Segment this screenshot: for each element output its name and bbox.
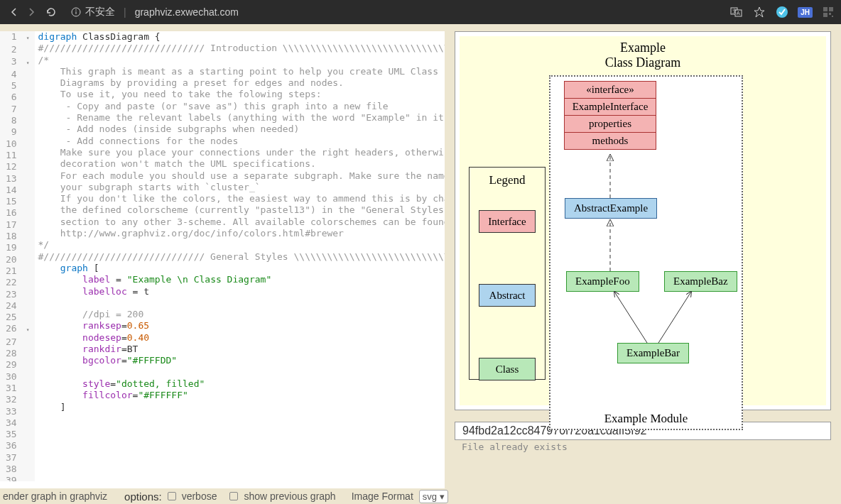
address-bar[interactable]: 不安全 | graphviz.exwechat.com [71,6,239,18]
baz-node: ExampleBaz [664,271,737,292]
svg-point-2 [75,9,77,11]
code-content[interactable]: digraph ClassDiagram {#/////////////////… [35,31,445,481]
format-select[interactable]: svg ▾ [419,490,448,503]
svg-text:A: A [737,11,740,16]
svg-rect-10 [823,13,828,17]
foo-node: ExampleFoo [566,271,639,292]
bar-node: ExampleBar [617,343,689,363]
line-gutter: 1 ▾2 3 ▾4 5 6 7 8 9 10 11 12 13 14 15 16… [0,31,35,481]
url-text: graphviz.exwechat.com [135,6,239,18]
svg-rect-12 [832,16,833,17]
diagram-title: ExampleClass Diagram [460,36,826,75]
qr-icon[interactable] [821,5,835,19]
reload-button[interactable] [43,4,60,21]
legend-abstract: Abstract [479,284,536,307]
info-icon [71,7,81,17]
abstract-node: AbstractExample [565,198,657,219]
svg-rect-9 [829,7,833,11]
legend-title: Legend [470,168,545,193]
legend-interface: Interface [479,210,536,233]
svg-rect-11 [829,13,831,15]
verbose-label: verbose [182,491,217,502]
forward-button[interactable] [23,4,40,21]
star-icon[interactable] [752,5,766,19]
extension-icon-1[interactable] [775,5,789,19]
svg-rect-8 [823,7,828,11]
translate-icon[interactable]: 文A [729,5,744,19]
insecure-label: 不安全 [85,6,115,18]
module-label: Example Module [550,412,742,426]
prev-label: show previous graph [244,491,335,502]
options-label: options: [124,491,162,503]
code-editor[interactable]: 1 ▾2 3 ▾4 5 6 7 8 9 10 11 12 13 14 15 16… [0,31,445,481]
bottom-toolbar: ender graph in graphviz options: verbose… [0,488,841,504]
browser-toolbar: 不安全 | graphviz.exwechat.com 文A JH [0,0,841,24]
back-button[interactable] [6,4,23,21]
format-label: Image Format [352,491,413,502]
legend-class: Class [479,358,536,380]
verbose-checkbox[interactable] [168,492,176,500]
prev-checkbox[interactable] [229,492,238,500]
profile-badge[interactable]: JH [798,7,813,18]
enter-label: ender graph in graphviz [3,491,107,502]
diagram-preview: ExampleClass Diagram Example Module «int… [455,31,831,410]
output-status: File already exists [455,440,831,454]
code-editor-pane: 1 ▾2 3 ▾4 5 6 7 8 9 10 11 12 13 14 15 16… [0,31,445,504]
legend-box: Legend Interface Abstract Class [469,167,546,380]
interface-node: «interface» ExampleInterface properties … [564,81,656,150]
